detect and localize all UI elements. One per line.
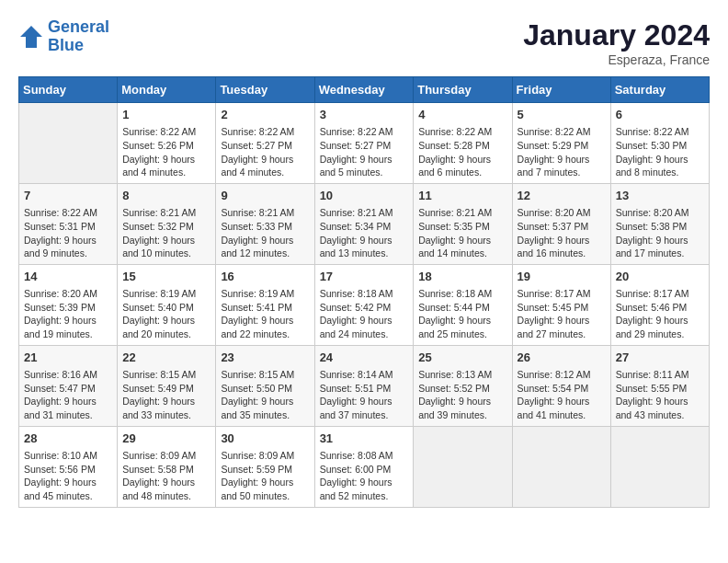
day-number: 13 — [616, 188, 704, 204]
calendar-cell: 12Sunrise: 8:20 AM Sunset: 5:37 PM Dayli… — [512, 183, 610, 264]
day-info: Sunrise: 8:18 AM Sunset: 5:44 PM Dayligh… — [418, 287, 506, 341]
day-number: 7 — [24, 188, 112, 204]
day-number: 1 — [122, 107, 210, 123]
day-number: 19 — [518, 269, 606, 285]
day-number: 14 — [24, 269, 112, 285]
calendar-cell: 25Sunrise: 8:13 AM Sunset: 5:52 PM Dayli… — [414, 345, 512, 426]
day-info: Sunrise: 8:20 AM Sunset: 5:39 PM Dayligh… — [24, 287, 112, 341]
week-row-3: 14Sunrise: 8:20 AM Sunset: 5:39 PM Dayli… — [19, 264, 710, 345]
calendar-cell: 4Sunrise: 8:22 AM Sunset: 5:28 PM Daylig… — [414, 103, 512, 184]
calendar-cell — [19, 103, 118, 184]
calendar-cell: 7Sunrise: 8:22 AM Sunset: 5:31 PM Daylig… — [19, 183, 118, 264]
day-number: 12 — [518, 188, 606, 204]
calendar-cell: 8Sunrise: 8:21 AM Sunset: 5:32 PM Daylig… — [118, 183, 216, 264]
day-info: Sunrise: 8:22 AM Sunset: 5:29 PM Dayligh… — [518, 125, 606, 179]
logo-blue: Blue — [48, 36, 84, 54]
page-header: General Blue January 2024 Esperaza, Fran… — [18, 18, 710, 67]
logo-text: General Blue — [48, 18, 109, 55]
day-number: 26 — [518, 350, 606, 366]
day-info: Sunrise: 8:21 AM Sunset: 5:35 PM Dayligh… — [418, 206, 506, 260]
calendar-cell: 22Sunrise: 8:15 AM Sunset: 5:49 PM Dayli… — [118, 345, 216, 426]
day-info: Sunrise: 8:19 AM Sunset: 5:40 PM Dayligh… — [122, 287, 210, 341]
day-number: 29 — [122, 431, 210, 447]
day-number: 30 — [221, 431, 309, 447]
day-number: 16 — [221, 269, 309, 285]
day-number: 15 — [122, 269, 210, 285]
day-number: 11 — [418, 188, 506, 204]
day-info: Sunrise: 8:09 AM Sunset: 5:58 PM Dayligh… — [122, 449, 210, 503]
day-info: Sunrise: 8:21 AM Sunset: 5:33 PM Dayligh… — [221, 206, 309, 260]
day-info: Sunrise: 8:22 AM Sunset: 5:27 PM Dayligh… — [221, 125, 309, 179]
logo-icon — [18, 24, 44, 50]
calendar-cell: 13Sunrise: 8:20 AM Sunset: 5:38 PM Dayli… — [610, 183, 709, 264]
calendar-cell: 31Sunrise: 8:08 AM Sunset: 6:00 PM Dayli… — [314, 426, 414, 507]
day-info: Sunrise: 8:20 AM Sunset: 5:37 PM Dayligh… — [518, 206, 606, 260]
calendar-cell: 5Sunrise: 8:22 AM Sunset: 5:29 PM Daylig… — [512, 103, 610, 184]
week-row-5: 28Sunrise: 8:10 AM Sunset: 5:56 PM Dayli… — [19, 426, 710, 507]
month-title: January 2024 — [523, 18, 710, 52]
calendar-cell: 15Sunrise: 8:19 AM Sunset: 5:40 PM Dayli… — [118, 264, 216, 345]
day-info: Sunrise: 8:21 AM Sunset: 5:32 PM Dayligh… — [122, 206, 210, 260]
day-info: Sunrise: 8:22 AM Sunset: 5:26 PM Dayligh… — [122, 125, 210, 179]
day-info: Sunrise: 8:22 AM Sunset: 5:27 PM Dayligh… — [320, 125, 409, 179]
day-info: Sunrise: 8:21 AM Sunset: 5:34 PM Dayligh… — [320, 206, 409, 260]
day-info: Sunrise: 8:10 AM Sunset: 5:56 PM Dayligh… — [24, 449, 112, 503]
day-number: 6 — [616, 107, 704, 123]
day-info: Sunrise: 8:12 AM Sunset: 5:54 PM Dayligh… — [518, 368, 606, 422]
calendar-cell: 28Sunrise: 8:10 AM Sunset: 5:56 PM Dayli… — [19, 426, 118, 507]
calendar-table: SundayMondayTuesdayWednesdayThursdayFrid… — [18, 76, 710, 508]
day-info: Sunrise: 8:15 AM Sunset: 5:49 PM Dayligh… — [122, 368, 210, 422]
calendar-cell: 2Sunrise: 8:22 AM Sunset: 5:27 PM Daylig… — [216, 103, 314, 184]
week-row-2: 7Sunrise: 8:22 AM Sunset: 5:31 PM Daylig… — [19, 183, 710, 264]
day-info: Sunrise: 8:22 AM Sunset: 5:28 PM Dayligh… — [418, 125, 506, 179]
day-number: 22 — [122, 350, 210, 366]
day-info: Sunrise: 8:13 AM Sunset: 5:52 PM Dayligh… — [418, 368, 506, 422]
day-number: 2 — [221, 107, 309, 123]
day-info: Sunrise: 8:22 AM Sunset: 5:30 PM Dayligh… — [616, 125, 704, 179]
day-number: 28 — [24, 431, 112, 447]
calendar-cell: 23Sunrise: 8:15 AM Sunset: 5:50 PM Dayli… — [216, 345, 314, 426]
day-header-row: SundayMondayTuesdayWednesdayThursdayFrid… — [19, 77, 710, 103]
day-number: 21 — [24, 350, 112, 366]
calendar-cell: 6Sunrise: 8:22 AM Sunset: 5:30 PM Daylig… — [610, 103, 709, 184]
calendar-cell: 14Sunrise: 8:20 AM Sunset: 5:39 PM Dayli… — [19, 264, 118, 345]
day-info: Sunrise: 8:18 AM Sunset: 5:42 PM Dayligh… — [320, 287, 409, 341]
day-number: 20 — [616, 269, 704, 285]
day-info: Sunrise: 8:22 AM Sunset: 5:31 PM Dayligh… — [24, 206, 112, 260]
day-info: Sunrise: 8:16 AM Sunset: 5:47 PM Dayligh… — [24, 368, 112, 422]
day-info: Sunrise: 8:20 AM Sunset: 5:38 PM Dayligh… — [616, 206, 704, 260]
calendar-cell: 9Sunrise: 8:21 AM Sunset: 5:33 PM Daylig… — [216, 183, 314, 264]
day-info: Sunrise: 8:09 AM Sunset: 5:59 PM Dayligh… — [221, 449, 309, 503]
calendar-cell: 19Sunrise: 8:17 AM Sunset: 5:45 PM Dayli… — [512, 264, 610, 345]
week-row-4: 21Sunrise: 8:16 AM Sunset: 5:47 PM Dayli… — [19, 345, 710, 426]
calendar-cell: 1Sunrise: 8:22 AM Sunset: 5:26 PM Daylig… — [118, 103, 216, 184]
day-number: 31 — [320, 431, 409, 447]
calendar-cell: 29Sunrise: 8:09 AM Sunset: 5:58 PM Dayli… — [118, 426, 216, 507]
calendar-cell: 24Sunrise: 8:14 AM Sunset: 5:51 PM Dayli… — [314, 345, 414, 426]
day-number: 10 — [320, 188, 409, 204]
day-number: 5 — [518, 107, 606, 123]
calendar-cell: 11Sunrise: 8:21 AM Sunset: 5:35 PM Dayli… — [414, 183, 512, 264]
day-info: Sunrise: 8:19 AM Sunset: 5:41 PM Dayligh… — [221, 287, 309, 341]
day-number: 9 — [221, 188, 309, 204]
day-number: 4 — [418, 107, 506, 123]
day-info: Sunrise: 8:08 AM Sunset: 6:00 PM Dayligh… — [320, 449, 409, 503]
calendar-cell: 3Sunrise: 8:22 AM Sunset: 5:27 PM Daylig… — [314, 103, 414, 184]
day-info: Sunrise: 8:17 AM Sunset: 5:46 PM Dayligh… — [616, 287, 704, 341]
calendar-cell: 30Sunrise: 8:09 AM Sunset: 5:59 PM Dayli… — [216, 426, 314, 507]
calendar-cell: 16Sunrise: 8:19 AM Sunset: 5:41 PM Dayli… — [216, 264, 314, 345]
calendar-cell — [610, 426, 709, 507]
day-header-sunday: Sunday — [19, 77, 118, 103]
calendar-cell: 20Sunrise: 8:17 AM Sunset: 5:46 PM Dayli… — [610, 264, 709, 345]
day-info: Sunrise: 8:17 AM Sunset: 5:45 PM Dayligh… — [518, 287, 606, 341]
day-header-thursday: Thursday — [414, 77, 512, 103]
day-number: 27 — [616, 350, 704, 366]
week-row-1: 1Sunrise: 8:22 AM Sunset: 5:26 PM Daylig… — [19, 103, 710, 184]
day-number: 25 — [418, 350, 506, 366]
calendar-body: 1Sunrise: 8:22 AM Sunset: 5:26 PM Daylig… — [19, 103, 710, 508]
calendar-cell: 26Sunrise: 8:12 AM Sunset: 5:54 PM Dayli… — [512, 345, 610, 426]
day-number: 8 — [122, 188, 210, 204]
day-header-tuesday: Tuesday — [216, 77, 314, 103]
calendar-cell: 18Sunrise: 8:18 AM Sunset: 5:44 PM Dayli… — [414, 264, 512, 345]
day-info: Sunrise: 8:15 AM Sunset: 5:50 PM Dayligh… — [221, 368, 309, 422]
